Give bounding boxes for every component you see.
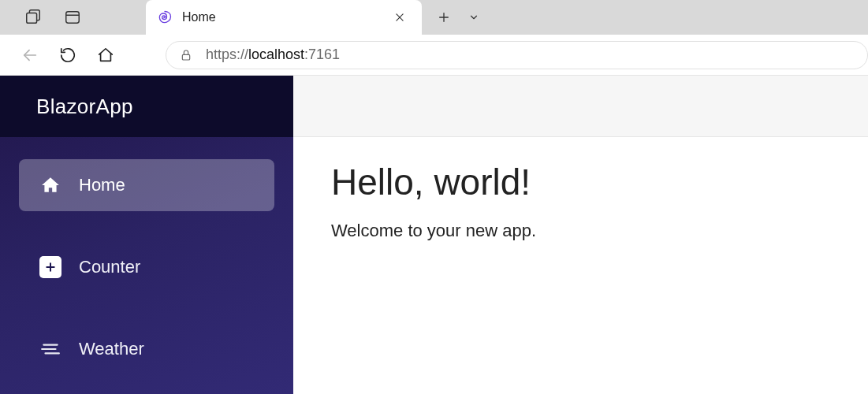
tab-actions-menu-button[interactable] — [463, 6, 485, 28]
url-scheme: https:// — [206, 46, 248, 62]
browser-chrome: Home — [0, 0, 868, 76]
sidebar-item-label: Home — [79, 175, 125, 195]
page-heading: Hello, world! — [331, 161, 830, 203]
home-button[interactable] — [95, 44, 117, 66]
sidebar-item-label: Counter — [79, 257, 140, 277]
url-host: localhost — [248, 46, 304, 62]
panel-icon[interactable] — [61, 6, 84, 28]
app-brand-text: BlazorApp — [36, 95, 133, 119]
main-content: Hello, world! Welcome to your new app. — [293, 76, 868, 394]
refresh-button[interactable] — [57, 44, 79, 66]
new-tab-button[interactable] — [433, 6, 455, 28]
address-input[interactable]: https://localhost:7161 — [166, 41, 868, 69]
page-viewport: BlazorApp Home Counter — [0, 76, 868, 394]
sidebar-item-label: Weather — [79, 339, 144, 359]
sidebar-item-weather[interactable]: Weather — [19, 323, 274, 375]
tab-close-button[interactable] — [389, 6, 411, 28]
app-sidebar: BlazorApp Home Counter — [0, 76, 293, 394]
lock-icon — [179, 48, 193, 62]
tab-strip-left-controls — [0, 0, 146, 35]
browser-tab-strip: Home — [0, 0, 868, 35]
workspaces-icon[interactable] — [22, 6, 44, 28]
browser-address-bar: https://localhost:7161 — [0, 35, 868, 76]
sidebar-nav: Home Counter Weather — [0, 137, 293, 375]
list-icon — [39, 338, 61, 360]
blazor-favicon-icon — [157, 9, 173, 25]
home-icon — [39, 174, 61, 196]
browser-tab-title: Home — [182, 10, 379, 24]
address-url-text: https://localhost:7161 — [206, 46, 340, 63]
tab-strip-right-controls — [422, 0, 496, 35]
browser-nav-controls — [0, 44, 166, 66]
svg-rect-1 — [66, 12, 80, 24]
plus-icon — [39, 256, 61, 278]
content-top-bar — [293, 76, 868, 137]
content-body: Hello, world! Welcome to your new app. — [293, 137, 868, 265]
svg-point-3 — [163, 17, 165, 18]
back-button[interactable] — [19, 44, 41, 66]
svg-rect-0 — [27, 13, 37, 24]
app-brand[interactable]: BlazorApp — [0, 76, 293, 137]
svg-rect-9 — [182, 54, 189, 60]
page-subtext: Welcome to your new app. — [331, 221, 830, 241]
sidebar-item-counter[interactable]: Counter — [19, 241, 274, 293]
sidebar-item-home[interactable]: Home — [19, 159, 274, 211]
browser-tab-active[interactable]: Home — [146, 0, 422, 35]
url-port: :7161 — [304, 46, 340, 62]
